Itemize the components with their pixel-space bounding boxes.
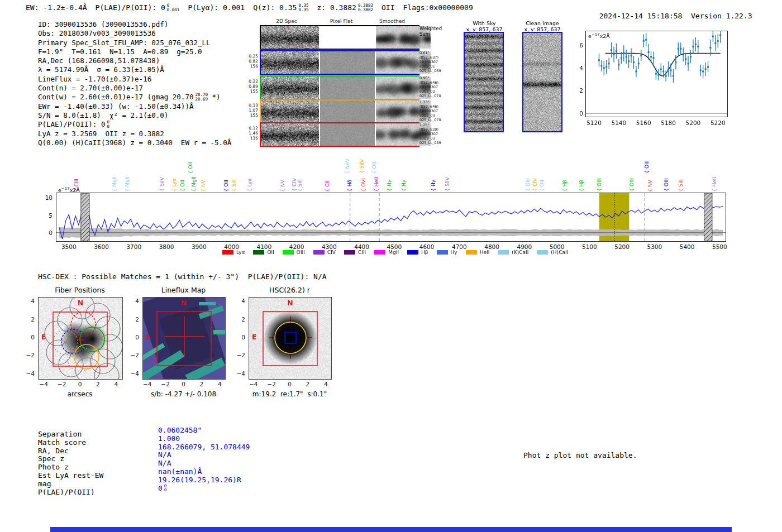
- line-label-MgII: { MgII: [191, 176, 197, 191]
- match-row-value: 1.000: [158, 434, 180, 443]
- line-label-CIV: { CIV: [292, 178, 297, 191]
- spec2d-right-labels-4: 1.25"(855, 820)20180307v003_03025_LL_089: [419, 123, 455, 145]
- cutout-ytick: −2: [231, 352, 245, 358]
- cutout-xtick: 2: [306, 381, 310, 387]
- inset-ytick: 6: [569, 42, 583, 49]
- inset-xtick: 5200: [686, 119, 701, 126]
- legend-swatch: [222, 250, 233, 255]
- inset-xtick: 5220: [711, 119, 726, 126]
- line-label-OIII: { OIII: [597, 178, 602, 191]
- info-line-text: Cont(w) = 2.60(±0.01)e-17 (gmag 20.70: [38, 93, 193, 101]
- info-line-text: P(LAE)/P(OII): 0: [38, 120, 105, 128]
- stack-sub: 0.35: [298, 8, 308, 12]
- spec2d-left-label: 155: [246, 89, 258, 94]
- spec2d-right-label: v003_01: [419, 64, 455, 69]
- super-sub-stack: 00: [164, 484, 167, 492]
- legend-swatch: [466, 250, 477, 255]
- info-line-text: LyA z = 3.2569 OII z = 0.3882: [38, 130, 164, 138]
- info-line-text: Cont(n) = 2.70(±0.00)e-17: [38, 84, 143, 92]
- spec2d-left-labels-3: 0.131.07155: [246, 103, 258, 118]
- cutout-xtick: −2: [161, 381, 169, 387]
- info-line-5: λ = 5174.99Å σ = 6.33(±1.05)Å: [38, 65, 231, 74]
- inset-xtick: 5120: [586, 119, 602, 126]
- match-row-label: P(LAE)/P(OII): [38, 488, 158, 496]
- legend-label: CIII: [358, 250, 366, 255]
- spec2d-left-label: 0.12: [246, 126, 258, 131]
- info-line-4: RA,Dec (168.266098,51.078438): [38, 56, 231, 65]
- match-row-6: mag19.26(19.25,19.26)R: [38, 480, 250, 488]
- legend-swatch: [344, 250, 355, 255]
- summary-segment-text: P(Lyα): 0.001: [188, 3, 245, 12]
- match-row-value: nan(±nan)Å: [158, 467, 202, 476]
- legend-label: (H)CaII: [551, 250, 568, 255]
- legend-item-CIV: CIV: [313, 250, 336, 255]
- spec2d-cell-4-2dspec: [261, 123, 319, 146]
- spec2d-right-label: v003_03: [419, 136, 455, 141]
- match-row-value-text: 168.266079, 51.078449: [158, 443, 250, 451]
- inset-xtick: 5140: [611, 119, 626, 126]
- summary-segment-0: EW: -1.2±-0.4Å: [26, 3, 87, 12]
- cutout-image-2: [249, 297, 332, 380]
- line-label-Hβ: { Hβ: [579, 180, 584, 191]
- summary-segment-5: OII: [382, 3, 394, 12]
- spec2d-row-3: [260, 99, 419, 124]
- inset-ytick: 2: [569, 87, 583, 94]
- cutout-title-0: Fiber Positions: [55, 286, 105, 294]
- line-label-NV: { NV: [201, 180, 206, 191]
- inset-ytick: 4: [569, 65, 583, 71]
- cutout-xtick: 2: [200, 381, 204, 387]
- spec2d-cell-2-2dspec: [261, 76, 319, 99]
- legend-label: MgII: [388, 250, 399, 255]
- info-line-7: Cont(n) = 2.70(±0.00)e-17: [38, 84, 231, 93]
- line-label-OII: { OII: [188, 162, 193, 174]
- legend-item-CIII: CIII: [344, 250, 366, 255]
- north-label: N: [78, 299, 83, 307]
- spec2d-left-label: 136: [246, 136, 258, 141]
- match-row-0: Separation0.0602458": [38, 430, 250, 438]
- spec2d-right-label: (855, 820): [419, 127, 455, 132]
- legend-label: OII: [267, 250, 274, 255]
- summary-segment-text: EW: -1.2±-0.4Å: [26, 3, 87, 12]
- legend-swatch: [313, 250, 325, 255]
- with-sky-image: [465, 33, 503, 131]
- summary-segment-3: Q(z): 0.350.350.35: [253, 3, 308, 12]
- spec2d-right-labels-3: 1.33"(857, 646)20180307v003_03025_LL_070: [419, 100, 455, 122]
- legend-item-Hγ: Hγ: [437, 250, 457, 255]
- info-line-0: ID: 3090013536 (3090013536.pdf): [38, 20, 231, 29]
- cutout-title-1: Lineflux Map: [161, 286, 206, 294]
- legend-label: Lyα: [236, 250, 245, 255]
- summary-segment-1: P(LAE)/P(OII): 000.001: [96, 3, 180, 12]
- spec2d-right-label: Weighted: [419, 26, 455, 31]
- info-line-2: Primary Spec_Slot_IFU_AMP: 025_076_032_L…: [38, 39, 231, 47]
- cutout-xtick: 0: [182, 381, 185, 387]
- spec2d-row-0: [260, 25, 419, 50]
- north-label: N: [288, 299, 293, 307]
- legend-label: CIV: [327, 250, 336, 255]
- legend-item-HeII: HeII: [466, 250, 490, 255]
- spec2d-right-label: 025_LL_089: [419, 141, 455, 145]
- main-xtick: 5500: [712, 243, 727, 250]
- line-label-NV: { NV: [647, 180, 653, 191]
- cutout-xtick: −2: [267, 381, 275, 387]
- info-line-13: Q(0.00) (H)CaII(3968) z = 0.3040 EW r = …: [38, 138, 231, 147]
- spec2d-right-label: 0.61": [419, 51, 455, 55]
- clean-image-title-text: Clean Image: [524, 20, 560, 26]
- stack-sub: 20.69: [195, 97, 208, 102]
- spec2d-right-label: 20180307: [419, 85, 455, 89]
- legend-item-Hβ: Hβ: [407, 250, 428, 255]
- cutout-xtick: 4: [218, 381, 222, 387]
- with-sky-title-text: With Sky: [466, 20, 502, 26]
- info-line-text: LineFlux = -1.70(±0.37)e-16: [38, 75, 151, 83]
- match-row-3: Spec zN/A: [38, 454, 250, 463]
- spec2d-right-label: 20180307: [419, 60, 455, 64]
- line-label-OIII: { OIII: [629, 178, 635, 191]
- col-title-2dspec: 2D Spec: [276, 18, 297, 24]
- col-title-pixelflat: Pixel Flat: [330, 18, 352, 24]
- spec2d-right-labels-1: 0.61"(857, 637)20180307v003_01025_LL_069: [419, 51, 455, 73]
- line-label-OIII: { OIII: [664, 178, 669, 191]
- main-xtick: 3700: [126, 243, 141, 250]
- line-label-Lyα: { Lyα: [247, 178, 252, 191]
- legend-swatch: [374, 250, 385, 255]
- spec2d-right-labels-2: 0.90"(857, 646)20180307v003_02025_LL_070: [419, 76, 455, 98]
- legend-item-MgII: MgII: [374, 250, 399, 255]
